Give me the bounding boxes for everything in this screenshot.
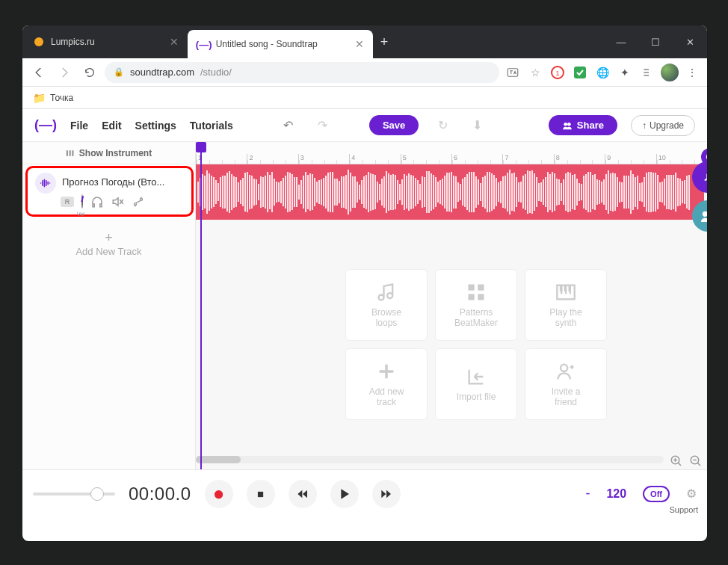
timeline: 12345678910 ⚙ ↺ ♫ BrowseloopsPatternsBea… [196,142,707,469]
svg-point-6 [567,122,571,126]
close-window-button[interactable]: ✕ [673,25,707,58]
support-link[interactable]: Support [669,505,698,514]
show-instrument-label: Show Instrument [79,148,152,158]
svg-rect-15 [478,285,484,291]
plus-icon [376,361,397,382]
url-box[interactable]: 🔒 soundtrap.com/studio/ [105,62,499,83]
close-icon[interactable]: ✕ [167,36,182,48]
track-header[interactable]: Прогноз Погоды (Вто... R Vol [25,166,194,217]
ruler-tick: 3 [298,154,349,164]
audio-clip[interactable] [196,164,704,220]
svg-rect-17 [478,294,484,300]
ruler[interactable]: 12345678910 [196,142,707,164]
ruler-tick: 2 [247,154,297,164]
automation-icon[interactable] [132,196,144,208]
svg-rect-14 [469,285,475,291]
add-track-label: Add New Track [75,246,141,257]
forward-button[interactable] [54,62,75,83]
url-host: soundtrap.com [130,67,194,78]
share-button[interactable]: Share [549,115,617,135]
ruler-tick: 9 [605,154,655,164]
save-button[interactable]: Save [369,115,419,135]
ext-check-icon[interactable] [571,64,589,81]
menu-file[interactable]: File [70,120,88,132]
upgrade-button[interactable]: ↑ Upgrade [631,115,695,136]
mute-icon[interactable] [111,196,125,208]
action-card-plus[interactable]: Add newtrack [345,348,428,420]
bookmark-label[interactable]: Точка [50,93,73,103]
action-card-grid[interactable]: PatternsBeatMaker [435,269,517,341]
browser-window: Lumpics.ru ✕ (—) Untitled song - Soundtr… [22,25,707,541]
metronome-toggle[interactable]: Off [643,486,670,502]
undo-button[interactable]: ↶ [278,115,299,136]
soundtrap-logo[interactable]: (—) [34,117,57,133]
svg-rect-19 [560,285,563,291]
svg-text:1: 1 [555,70,559,77]
ext-globe-icon[interactable]: 🌐 [593,64,611,81]
ruler-tick: 1 [196,154,247,164]
extensions-icon[interactable]: ✦ [616,64,634,81]
record-button[interactable]: ● [205,480,233,508]
favicon-soundtrap: (—) [198,38,210,50]
track-name: Прогноз Погоды (Вто... [62,176,184,188]
svg-rect-1 [508,68,518,76]
headphones-icon[interactable] [90,196,104,208]
tab-soundtrap[interactable]: (—) Untitled song - Soundtrap ✕ [188,30,373,58]
grid-icon [466,282,487,303]
menu-edit[interactable]: Edit [102,120,121,132]
reload-button[interactable] [79,62,100,83]
volume-knob[interactable] [81,194,83,209]
tab-lumpics[interactable]: Lumpics.ru ✕ [22,25,188,58]
bookmark-bar: 📁 Точка [22,87,707,109]
menu-tutorials[interactable]: Tutorials [190,120,233,132]
address-bar: 🔒 soundtrap.com/studio/ ☆ 1 🌐 ✦ ⋮ [22,58,707,87]
action-card-note[interactable]: Browseloops [345,269,428,341]
action-card-import[interactable]: Import file [435,348,517,420]
transport-bar: 00:00.0 ● ■ - 120 Off ⚙ Support [22,469,707,517]
history-button[interactable]: ↻ [432,115,453,136]
back-button[interactable] [28,62,49,83]
add-track-button[interactable]: + Add New Track [22,220,195,268]
action-card-person[interactable]: Invite afriend [525,348,607,420]
rewind-button[interactable] [289,480,317,508]
favicon-lumpics [33,36,45,48]
track-type-icon [35,173,56,194]
action-card-piano[interactable]: Play thesynth [525,269,607,341]
menu-icon[interactable]: ⋮ [683,64,701,81]
stop-button[interactable]: ■ [247,480,275,508]
show-instrument-button[interactable]: Show Instrument [22,142,195,164]
svg-point-0 [34,37,43,46]
ruler-tick: 7 [502,154,553,164]
profile-avatar[interactable] [661,64,679,81]
close-icon[interactable]: ✕ [352,38,367,50]
redo-button[interactable]: ↷ [312,115,333,136]
plus-icon: + [22,230,195,246]
maximize-button[interactable]: ☐ [638,25,673,58]
forward-button[interactable] [372,480,401,508]
zoom-slider[interactable] [33,493,115,495]
key-display[interactable]: - [585,486,590,501]
ext-adblock-icon[interactable]: 1 [549,64,567,81]
horizontal-scrollbar[interactable] [196,456,664,463]
zoom-out-button[interactable] [689,454,703,468]
studio-area: Show Instrument Прогноз Погоды (Вто... R… [22,142,707,469]
ruler-tick: 4 [349,154,400,164]
translate-icon[interactable] [504,64,522,81]
zoom-in-button[interactable] [670,454,683,468]
settings-gear-icon[interactable]: ⚙ [686,487,697,501]
svg-rect-9 [72,150,73,156]
tab-label: Untitled song - Soundtrap [216,39,318,49]
minimize-button[interactable]: — [604,25,638,58]
play-button[interactable] [330,480,359,508]
ruler-tick: 8 [554,154,605,164]
bpm-display[interactable]: 120 [606,487,626,501]
ext-list-icon[interactable] [638,64,656,81]
record-arm-button[interactable]: R [61,197,74,207]
piano-icon [555,282,576,303]
download-button[interactable]: ⬇ [466,115,487,136]
star-icon[interactable]: ☆ [526,64,544,81]
svg-rect-8 [69,150,70,156]
menu-settings[interactable]: Settings [135,120,176,132]
new-tab-button[interactable]: + [373,25,396,58]
person-icon [555,361,576,382]
